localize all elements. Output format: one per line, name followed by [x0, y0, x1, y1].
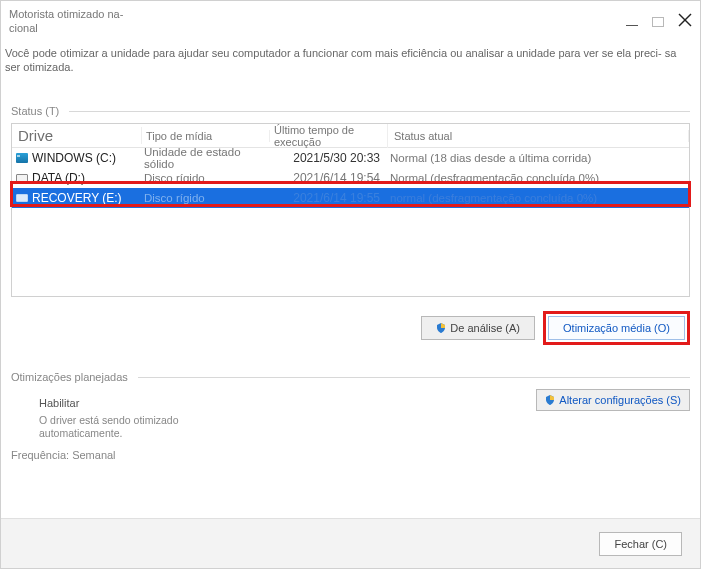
divider	[138, 377, 690, 378]
col-media[interactable]: Tipo de mídia	[142, 130, 270, 142]
drive-media: Unidade de estado sólido	[142, 146, 270, 170]
close-icon[interactable]	[678, 13, 692, 31]
hdd-icon	[16, 194, 28, 202]
shield-icon	[545, 395, 555, 405]
optimize-label: Otimização média (O)	[563, 322, 670, 334]
ssd-icon	[16, 153, 28, 163]
maximize-button[interactable]	[652, 17, 664, 27]
scheduled-section-label: Otimizações planejadas	[11, 371, 128, 383]
shield-icon	[436, 323, 446, 333]
schedule-frequency: Frequência: Semanal	[11, 449, 690, 461]
drive-table[interactable]: Drive Tipo de mídia Último tempo de exec…	[11, 123, 690, 297]
col-drive[interactable]: Drive	[12, 127, 142, 144]
schedule-description: O driver está sendo otimizado automatica…	[39, 414, 219, 440]
highlight-box: Otimização média (O)	[543, 311, 690, 345]
drive-name: WINDOWS (C:)	[32, 151, 116, 165]
change-settings-button[interactable]: Alterar configurações (S)	[536, 389, 690, 411]
hdd-icon	[16, 174, 28, 182]
table-row-selected[interactable]: RECOVERY (E:) Disco rígido 2021/6/14 19:…	[12, 188, 689, 208]
window-title: Motorista otimizado na- cional	[9, 7, 149, 36]
table-row[interactable]: DATA (D:) Disco rígido 2021/6/14 19:54 N…	[12, 168, 689, 188]
drive-media: Disco rígido	[142, 192, 270, 204]
schedule-enable-label: Habilitar	[39, 397, 219, 409]
drive-status: Normal (desfragmentação concluída 0%)	[388, 172, 689, 184]
drive-name: DATA (D:)	[32, 171, 85, 185]
drive-last: 2021/5/30 20:33	[270, 151, 388, 165]
drive-status: normal (desfragmentação concluída 0%)	[388, 192, 689, 204]
drive-name: RECOVERY (E:)	[32, 191, 122, 205]
drive-last: 2021/6/14 19:55	[270, 191, 388, 205]
col-status[interactable]: Status atual	[388, 130, 689, 142]
status-section-label: Status (T)	[11, 105, 59, 117]
minimize-button[interactable]	[626, 25, 638, 26]
table-row[interactable]: WINDOWS (C:) Unidade de estado sólido 20…	[12, 148, 689, 168]
analyze-button[interactable]: De análise (A)	[421, 316, 535, 340]
drive-status: Normal (18 dias desde a última corrida)	[388, 152, 689, 164]
footer: Fechar (C)	[1, 518, 700, 568]
col-last[interactable]: Último tempo de execução	[270, 124, 388, 148]
change-settings-label: Alterar configurações (S)	[559, 394, 681, 406]
drive-last: 2021/6/14 19:54	[270, 171, 388, 185]
close-label: Fechar (C)	[614, 538, 667, 550]
close-button[interactable]: Fechar (C)	[599, 532, 682, 556]
table-header: Drive Tipo de mídia Último tempo de exec…	[12, 124, 689, 148]
analyze-label: De análise (A)	[450, 322, 520, 334]
optimize-button[interactable]: Otimização média (O)	[548, 316, 685, 340]
window-description: Você pode otimizar a unidade para ajudar…	[1, 36, 700, 76]
drive-media: Disco rígido	[142, 172, 270, 184]
divider	[69, 111, 690, 112]
